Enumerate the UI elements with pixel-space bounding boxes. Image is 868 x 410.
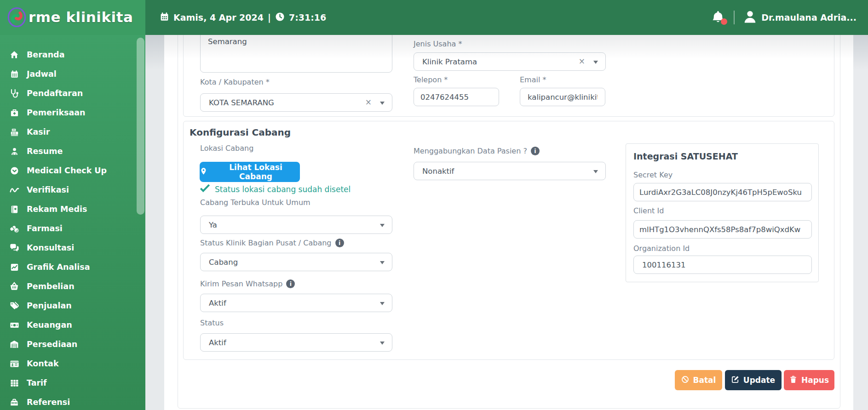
table-icon [9,379,20,387]
email-input[interactable] [520,88,605,106]
secret-key-label: Secret Key [633,170,673,179]
satusehat-box: Integrasi SATUSEHAT Secret Key Client Id… [626,143,819,282]
sidebar-nav: Beranda Jadwal Pendaftaran Pemeriksaan K… [0,35,145,410]
sidebar-item-resume[interactable]: Resume [0,142,145,161]
top-header-bar: rme klinikita Kamis, 4 Apr 2024 | 7:31:1… [0,0,868,35]
sidebar-item-jadwal[interactable]: Jadwal [0,64,145,84]
sidebar-item-rekam-medis[interactable]: Rekam Medis [0,199,145,219]
section-title: Konfigurasi Cabang [190,127,291,138]
konfigurasi-cabang-section: Konfigurasi Cabang Lokasi Cabang Lihat L… [183,121,834,360]
wave-icon [9,185,20,195]
terbuka-select[interactable]: Ya [200,216,392,234]
book-medical-icon [9,205,20,214]
user-name: Dr.maulana Adria... [761,12,857,23]
info-icon[interactable]: i [335,239,344,247]
satusehat-title: Integrasi SATUSEHAT [633,151,738,161]
alamat-textarea[interactable]: Semarang [200,35,392,73]
chevron-down-icon [593,170,598,176]
status-klinik-select[interactable]: Cabang [200,253,392,271]
sidebar-item-penjualan[interactable]: Penjualan [0,296,145,315]
calendar-icon [160,12,169,23]
edit-icon [731,376,739,385]
header-right-group: Dr.maulana Adria... [711,0,857,35]
status-select[interactable]: Aktif [200,333,392,352]
batal-button[interactable]: Batal [675,370,722,390]
sidebar-item-verifikasi[interactable]: Verifikasi [0,180,145,199]
sidebar-item-keuangan[interactable]: Keuangan [0,315,145,335]
notification-badge [721,18,727,25]
page-scrollbar-track[interactable] [853,35,868,410]
header-time: 7:31:16 [289,12,326,23]
jenis-usaha-select[interactable]: Klinik Pratama × [414,52,606,71]
status-klinik-label: Status Klinik Bagian Pusat / Cabang i [200,238,344,247]
sidebar-item-pendaftaran[interactable]: Pendaftaran [0,84,145,103]
sidebar-item-pemeriksaan[interactable]: Pemeriksaan [0,103,145,122]
update-button[interactable]: Update [725,370,782,390]
clinic-logo-icon [6,6,28,30]
header-date: Kamis, 4 Apr 2024 [173,12,264,23]
notifications-button[interactable] [711,10,726,25]
cash-register-icon [9,128,20,137]
chevron-down-icon [380,224,385,229]
basket-icon [9,282,20,291]
info-icon[interactable]: i [531,147,540,155]
sidebar-item-konsultasi[interactable]: Konsultasi [0,238,145,257]
brand-area[interactable]: rme klinikita [0,0,145,35]
jenis-usaha-label: Jenis Usaha * [414,39,462,48]
terbuka-label: Cabang Terbuka Untuk Umum [200,198,310,207]
circle-chevron-down-icon [9,166,20,175]
sidebar-item-medical-check-up[interactable]: Medical Check Up [0,161,145,180]
user-icon [742,9,758,26]
branch-identity-section: Semarang Kota / Kabupaten * KOTA SEMARAN… [183,35,834,117]
location-pin-icon [200,167,207,177]
stethoscope-icon [9,89,20,98]
calendar-icon [9,70,20,79]
hapus-button[interactable]: Hapus [784,370,834,390]
user-menu[interactable]: Dr.maulana Adria... [742,9,857,26]
secret-key-input[interactable] [633,183,812,201]
whatsapp-label: Kirim Pesan Whatsapp i [200,279,295,288]
gabung-pasien-label: Menggabungkan Data Pasien ? i [414,146,540,155]
datetime-display: Kamis, 4 Apr 2024 | 7:31:16 [160,0,326,35]
sidebar-item-pembelian[interactable]: Pembelian [0,277,145,296]
whatsapp-select[interactable]: Aktif [200,294,392,312]
clock-icon [275,12,285,23]
sidebar-item-grafik-analisa[interactable]: Grafik Analisa [0,257,145,277]
organization-id-input[interactable] [633,256,812,274]
left-gutter [145,35,164,410]
status-label: Status [200,318,224,327]
sidebar-item-tarif[interactable]: Tarif [0,373,145,393]
organization-id-label: Organization Id [633,244,690,253]
comments-icon [9,243,20,253]
sidebar-item-farmasi[interactable]: Farmasi [0,219,145,238]
sidebar-scrollbar-thumb[interactable] [137,38,144,215]
chevron-down-icon [380,342,385,347]
branch-form-card: Semarang Kota / Kabupaten * KOTA SEMARAN… [178,35,840,409]
app-screen: rme klinikita Kamis, 4 Apr 2024 | 7:31:1… [0,0,868,410]
check-icon [200,184,210,194]
warehouse-icon [9,340,20,349]
sidebar-item-kontak[interactable]: Kontak [0,354,145,373]
lihat-lokasi-button[interactable]: Lihat Lokasi Cabang [200,162,300,182]
gabung-pasien-select[interactable]: Nonaktif [414,162,606,180]
sidebar-item-beranda[interactable]: Beranda [0,45,145,64]
main-content: Semarang Kota / Kabupaten * KOTA SEMARAN… [145,35,868,410]
datetime-separator: | [268,12,271,23]
sidebar-item-kasir[interactable]: Kasir [0,122,145,142]
client-id-input[interactable] [633,220,812,239]
client-id-label: Client Id [633,206,664,215]
chevron-down-icon [593,61,598,66]
brand-title: rme klinikita [29,9,133,25]
ban-icon [681,376,689,385]
briefcase-medical-icon [9,108,20,117]
sidebar-item-referensi[interactable]: Referensi [0,393,145,410]
info-icon[interactable]: i [286,279,295,288]
sidebar-item-persediaan[interactable]: Persediaan [0,335,145,354]
telepon-input[interactable] [414,88,499,106]
clear-icon[interactable]: × [365,98,372,106]
user-doctor-icon [9,147,20,156]
clear-icon[interactable]: × [579,57,585,65]
home-icon [9,50,20,59]
tags-icon [9,301,20,310]
kota-select[interactable]: KOTA SEMARANG × [200,93,392,112]
